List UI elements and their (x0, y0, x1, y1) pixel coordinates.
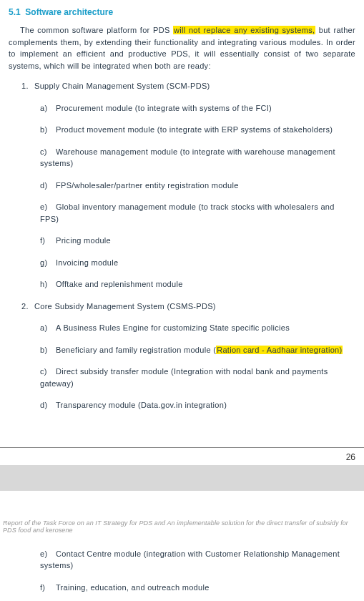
section-number: 5.1 (9, 7, 21, 17)
page-27: e)Contact Centre module (integration wit… (0, 548, 364, 602)
systems-list: 1.Supply Chain Management System (SCM-PD… (21, 80, 355, 411)
module-item: h)Offtake and replenishment module (40, 278, 355, 290)
system-title: Supply Chain Management System (SCM-PDS) (34, 82, 210, 90)
section-title: Software architecture (25, 7, 113, 17)
module-item: d)FPS/wholesaler/partner entity registra… (40, 180, 355, 192)
intro-paragraph: The common software platform for PDS wil… (9, 24, 355, 72)
module-item: b)Beneficiary and family registration mo… (40, 344, 355, 356)
module-item: a)A Business Rules Engine for customizin… (40, 322, 355, 334)
module-item: e)Global inventory management module (to… (40, 201, 355, 225)
page-gap (0, 465, 364, 491)
module-item: f)Pricing module (40, 235, 355, 247)
system-title: Core Subsidy Management System (CSMS-PDS… (34, 302, 216, 311)
csms-modules: a)A Business Rules Engine for customizin… (40, 322, 355, 411)
page-number: 26 (0, 448, 364, 465)
module-item: f)Training, education, and outreach modu… (40, 582, 355, 594)
csms-modules-continued: e)Contact Centre module (integration wit… (40, 548, 355, 602)
scm-modules: a)Procurement module (to integrate with … (40, 102, 355, 290)
module-item: a)Procurement module (to integrate with … (40, 102, 355, 114)
system-item-csms: 2.Core Subsidy Management System (CSMS-P… (21, 300, 355, 411)
module-item: c)Direct subsidy transfer module (Integr… (40, 366, 355, 389)
module-item: g)Invoicing module (40, 257, 355, 269)
module-item: e)Contact Centre module (integration wit… (40, 548, 355, 572)
system-item-scm: 1.Supply Chain Management System (SCM-PD… (21, 80, 355, 290)
list-marker: 1. (21, 80, 34, 92)
highlight-ration-aadhaar: Ration card - Aadhaar integration) (216, 346, 343, 354)
module-item: b)Product movement module (to integrate … (40, 124, 355, 136)
module-item: c)Warehouse management module (to integr… (40, 146, 355, 170)
list-marker: 2. (21, 300, 34, 313)
para-text-pre: The common software platform for PDS (20, 26, 173, 34)
system-item-csms-continued: e)Contact Centre module (integration wit… (21, 548, 355, 602)
systems-list-continued: e)Contact Centre module (integration wit… (21, 548, 355, 602)
page-26: 5.1 Software architecture The common sof… (0, 0, 364, 427)
running-head: Report of the Task Force on an IT Strate… (0, 491, 364, 548)
section-heading: 5.1 Software architecture (9, 7, 355, 17)
highlight-no-replace: will not replace any existing systems, (173, 26, 315, 34)
module-item: d)Transparency module (Data.gov.in integ… (40, 399, 355, 411)
